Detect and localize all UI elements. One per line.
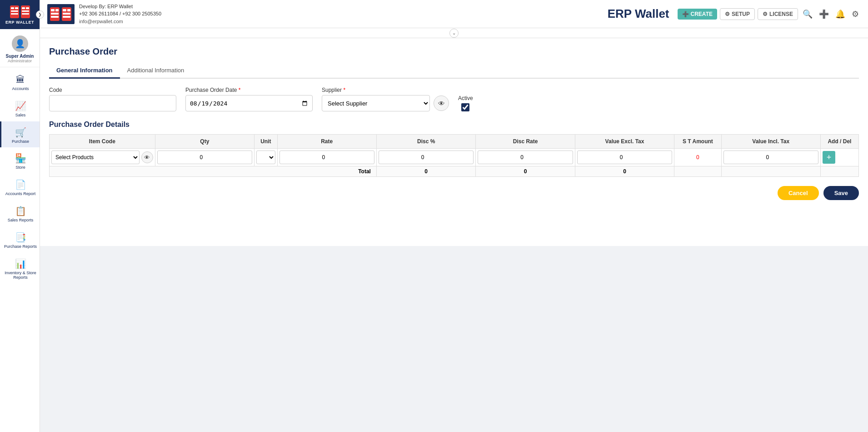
eye-icon: 👁 xyxy=(438,100,445,107)
tab-additional-information[interactable]: Additional Information xyxy=(120,63,192,79)
username-label: Super Admin xyxy=(6,54,34,59)
col-header-st-amount: S T Amount xyxy=(674,135,721,149)
cell-disc-rate xyxy=(476,149,575,166)
unit-select[interactable] xyxy=(256,151,275,164)
sidebar-item-accounts[interactable]: 🏛 Accounts xyxy=(0,69,40,95)
header-logo-area: Develop By: ERP Wallet +92 306 2611084 /… xyxy=(47,3,161,25)
product-select[interactable]: Select Products xyxy=(51,151,140,164)
value-incl-tax-input[interactable] xyxy=(723,151,818,164)
sidebar-item-label: Purchase xyxy=(12,139,29,144)
create-button[interactable]: ➕ CREATE xyxy=(678,9,717,20)
sidebar-item-sales[interactable]: 📈 Sales xyxy=(0,95,40,121)
code-input[interactable] xyxy=(49,95,176,111)
svg-rect-11 xyxy=(51,9,55,11)
supplier-row: Select Supplier 👁 xyxy=(322,95,449,111)
date-input[interactable] xyxy=(185,95,313,111)
svg-rect-17 xyxy=(67,9,70,11)
total-row: Total 0 0 0 xyxy=(50,166,859,177)
tab-general-information[interactable]: General Information xyxy=(49,63,120,79)
cell-disc-percent xyxy=(376,149,475,166)
content-area: Purchase Order General Information Addit… xyxy=(40,38,868,246)
sidebar-item-purchase-reports[interactable]: 📑 Purchase Reports xyxy=(0,226,40,253)
svg-rect-8 xyxy=(22,10,29,12)
value-excl-tax-input[interactable] xyxy=(577,151,672,164)
email-text: info@erpwallet.com xyxy=(79,18,161,25)
sidebar: ERP WALLET ❯ 👤 Super Admin Administrator… xyxy=(0,0,40,432)
page-title: Purchase Order xyxy=(49,46,859,57)
role-label: Administrator xyxy=(8,59,32,63)
header-info: Develop By: ERP Wallet +92 306 2611084 /… xyxy=(79,3,161,25)
sidebar-item-sales-reports[interactable]: 📋 Sales Reports xyxy=(0,200,40,226)
sidebar-toggle-btn[interactable]: ❯ xyxy=(36,10,44,19)
date-field-group: Purchase Order Date * xyxy=(185,87,313,111)
sidebar-logo-icon xyxy=(9,5,31,19)
svg-rect-18 xyxy=(63,13,70,15)
notification-button[interactable]: 🔔 xyxy=(833,7,847,21)
cell-item-code: Select Products 👁 xyxy=(50,149,155,166)
sidebar-item-store[interactable]: 🏪 Store xyxy=(0,147,40,174)
header-logo-box xyxy=(47,4,75,24)
product-eye-btn[interactable]: 👁 xyxy=(141,151,153,163)
sidebar-item-label: Accounts xyxy=(12,86,29,91)
eye-icon: 👁 xyxy=(144,154,150,161)
sidebar-item-label: Purchase Reports xyxy=(4,244,37,249)
supplier-eye-btn[interactable]: 👁 xyxy=(434,95,449,111)
sidebar-item-label: Inventory & Store Reports xyxy=(1,271,40,281)
setup-icon: ⚙ xyxy=(725,11,730,17)
search-button[interactable]: 🔍 xyxy=(801,7,814,21)
sales-reports-icon: 📋 xyxy=(15,206,26,216)
sidebar-item-inventory-store-reports[interactable]: 📊 Inventory & Store Reports xyxy=(0,253,40,284)
qty-input[interactable] xyxy=(157,151,252,164)
add-icon-button[interactable]: ➕ xyxy=(817,7,831,21)
form-fields-row: Code Purchase Order Date * Supplier * Se… xyxy=(49,87,859,111)
settings-button[interactable]: ⚙ xyxy=(850,7,861,21)
avatar: 👤 xyxy=(12,35,28,52)
col-header-unit: Unit xyxy=(254,135,277,149)
sidebar-item-accounts-report[interactable]: 📄 Accounts Report xyxy=(0,174,40,200)
accounts-icon: 🏛 xyxy=(16,75,25,85)
setup-button[interactable]: ⚙ SETUP xyxy=(720,8,755,20)
svg-rect-1 xyxy=(11,7,14,9)
table-row: Select Products 👁 xyxy=(50,149,859,166)
disc-percent-input[interactable] xyxy=(379,151,474,164)
brand-title: ERP Wallet xyxy=(608,7,669,21)
svg-rect-2 xyxy=(15,7,18,9)
cell-st-amount: 0 xyxy=(674,149,721,166)
svg-rect-6 xyxy=(22,7,25,9)
svg-rect-19 xyxy=(63,16,70,18)
total-value-incl xyxy=(721,166,820,177)
total-st-amount xyxy=(674,166,721,177)
col-header-item-code: Item Code xyxy=(50,135,155,149)
purchase-icon: 🛒 xyxy=(15,127,26,138)
date-label: Purchase Order Date * xyxy=(185,87,313,93)
svg-rect-16 xyxy=(63,9,66,11)
rate-input[interactable] xyxy=(279,151,374,164)
active-checkbox[interactable] xyxy=(461,103,469,111)
total-disc-rate: 0 xyxy=(476,166,575,177)
license-button[interactable]: ⚙ LICENSE xyxy=(758,8,798,20)
svg-rect-4 xyxy=(11,13,18,15)
license-label: LICENSE xyxy=(769,11,793,17)
total-label: Total xyxy=(50,166,377,177)
sidebar-item-label: Accounts Report xyxy=(5,191,36,196)
sidebar-nav: 🏛 Accounts 📈 Sales 🛒 Purchase 🏪 Store 📄 … xyxy=(0,67,40,284)
sidebar-item-label: Sales Reports xyxy=(8,218,34,223)
supplier-select[interactable]: Select Supplier xyxy=(322,95,430,111)
create-label: CREATE xyxy=(691,11,713,17)
svg-rect-7 xyxy=(26,7,29,9)
cancel-button[interactable]: Cancel xyxy=(778,186,819,200)
collapse-button[interactable]: ⌄ xyxy=(449,29,459,38)
gear-icon: ⚙ xyxy=(852,9,859,19)
sidebar-logo-area: ERP WALLET ❯ xyxy=(0,0,40,29)
disc-rate-input[interactable] xyxy=(478,151,573,164)
sidebar-item-purchase[interactable]: 🛒 Purchase xyxy=(0,121,40,148)
add-row-button[interactable]: + xyxy=(823,151,835,164)
footer-actions: Cancel Save xyxy=(49,186,859,200)
develop-by-text: Develop By: ERP Wallet xyxy=(79,3,161,10)
bell-icon: 🔔 xyxy=(835,9,845,19)
col-header-disc-rate: Disc Rate xyxy=(476,135,575,149)
purchase-reports-icon: 📑 xyxy=(15,232,26,243)
save-button[interactable]: Save xyxy=(823,186,859,200)
supplier-field-group: Supplier * Select Supplier 👁 xyxy=(322,87,449,111)
col-header-value-excl-tax: Value Excl. Tax xyxy=(575,135,674,149)
